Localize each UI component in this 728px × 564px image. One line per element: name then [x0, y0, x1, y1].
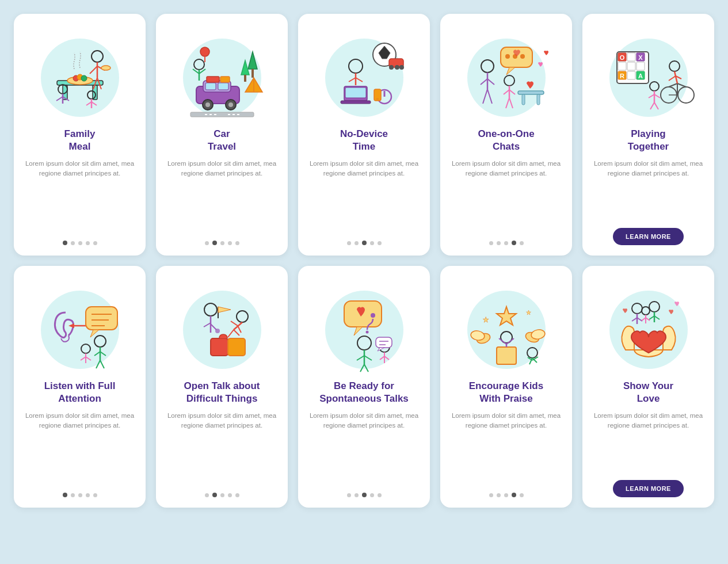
svg-point-152	[215, 329, 220, 333]
dot-2	[497, 493, 501, 497]
dot-4	[228, 493, 232, 497]
card-body: Lorem ipsum dolor sit dim amet, mea regi…	[22, 159, 138, 233]
card-grid: FamilyMeal Lorem ipsum dolor sit dim ame…	[14, 14, 714, 508]
dot-1	[489, 493, 493, 497]
svg-rect-85	[518, 91, 544, 94]
svg-rect-92	[618, 62, 626, 70]
learn-more-button-2[interactable]: LEARN MORE	[613, 480, 684, 497]
svg-text:O: O	[619, 54, 624, 61]
dot-3	[362, 241, 367, 245]
svg-point-157	[365, 331, 368, 334]
dot-2	[497, 241, 501, 245]
card-footer: LEARN MORE	[590, 228, 706, 245]
svg-point-72	[520, 54, 525, 59]
dot-2	[71, 241, 75, 245]
svg-text:X: X	[638, 54, 643, 61]
card-playing-together: O R X A	[582, 14, 714, 256]
pagination-dots	[63, 241, 97, 245]
svg-point-28	[200, 47, 209, 56]
svg-point-14	[101, 66, 110, 70]
open-talk-illustration	[173, 275, 271, 373]
card-body: Lorem ipsum dolor sit dim amet, mea regi…	[22, 411, 138, 485]
card-title: Listen with FullAttention	[44, 380, 116, 405]
card-show-love: Show YourLove Lorem ipsum dolor sit dim …	[582, 266, 714, 508]
dot-3	[78, 493, 82, 497]
card-title: CarTravel	[208, 128, 236, 153]
card-footer	[164, 241, 280, 245]
playing-together-illustration: O R X A	[600, 23, 697, 121]
card-open-talk: Open Talk aboutDifficult Things Lorem ip…	[156, 266, 288, 508]
card-body: Lorem ipsum dolor sit dim amet, mea regi…	[448, 411, 564, 485]
card-title: No-DeviceTime	[340, 128, 388, 153]
dot-5	[378, 493, 382, 497]
dot-5	[93, 493, 97, 497]
svg-point-53	[389, 65, 394, 70]
dot-3	[78, 241, 82, 245]
card-footer: LEARN MORE	[590, 480, 706, 497]
car-travel-illustration	[173, 23, 271, 121]
svg-rect-41	[220, 77, 230, 82]
svg-rect-86	[522, 94, 525, 105]
dot-1	[205, 493, 209, 497]
pagination-dots	[347, 493, 382, 497]
dot-2	[355, 241, 359, 245]
card-body: Lorem ipsum dolor sit dim amet, mea regi…	[306, 411, 422, 485]
svg-text:A: A	[638, 73, 643, 79]
dot-2	[212, 241, 217, 245]
card-encourage: Encourage KidsWith Praise Lorem ipsum do…	[440, 266, 572, 508]
dot-1	[63, 241, 67, 245]
svg-rect-59	[341, 101, 371, 104]
card-family-meal: FamilyMeal Lorem ipsum dolor sit dim ame…	[14, 14, 146, 256]
card-footer	[22, 241, 138, 245]
learn-more-button[interactable]: LEARN MORE	[613, 228, 684, 245]
dot-1	[63, 493, 67, 497]
dot-5	[235, 493, 239, 497]
dot-2	[355, 493, 359, 497]
card-body: Lorem ipsum dolor sit dim amet, mea regi…	[164, 159, 280, 233]
card-footer	[448, 241, 564, 245]
dot-3	[504, 493, 508, 497]
pagination-dots	[63, 493, 97, 497]
card-footer	[22, 493, 138, 497]
card-body: Lorem ipsum dolor sit dim amet, mea regi…	[590, 159, 706, 220]
spontaneous-illustration	[315, 275, 413, 373]
card-footer	[448, 493, 564, 497]
svg-point-70	[505, 54, 510, 59]
dot-4	[86, 493, 90, 497]
svg-point-7	[81, 75, 87, 81]
dot-1	[489, 241, 493, 245]
dot-2	[212, 493, 217, 497]
pagination-dots	[489, 493, 524, 497]
dot-5	[93, 241, 97, 245]
dot-1	[347, 241, 351, 245]
svg-rect-87	[537, 94, 540, 105]
svg-rect-35	[218, 83, 228, 90]
svg-rect-168	[376, 337, 392, 348]
dot-3	[504, 241, 508, 245]
dot-2	[71, 493, 75, 497]
card-body: Lorem ipsum dolor sit dim amet, mea regi…	[306, 159, 422, 233]
listen-illustration	[31, 275, 129, 373]
card-body: Lorem ipsum dolor sit dim amet, mea regi…	[164, 411, 280, 485]
dot-3	[220, 241, 224, 245]
pagination-dots	[205, 241, 239, 245]
pagination-dots	[205, 493, 239, 497]
dot-4	[512, 241, 516, 245]
svg-rect-95	[627, 53, 635, 61]
card-listen: Listen with FullAttention Lorem ipsum do…	[14, 266, 146, 508]
svg-point-54	[395, 65, 399, 70]
svg-rect-27	[244, 75, 246, 82]
no-device-illustration	[315, 23, 413, 121]
dot-1	[205, 241, 209, 245]
svg-rect-138	[211, 338, 228, 356]
svg-point-156	[371, 313, 375, 318]
dot-3	[220, 493, 224, 497]
card-title: One-on-OneChats	[478, 128, 534, 153]
card-footer	[306, 493, 422, 497]
card-spontaneous: Be Ready forSpontaneous Talks Lorem ipsu…	[298, 266, 430, 508]
dot-4	[228, 241, 232, 245]
svg-point-137	[183, 291, 261, 369]
card-body: Lorem ipsum dolor sit dim amet, mea regi…	[448, 159, 564, 233]
card-footer	[164, 493, 280, 497]
card-footer	[306, 241, 422, 245]
